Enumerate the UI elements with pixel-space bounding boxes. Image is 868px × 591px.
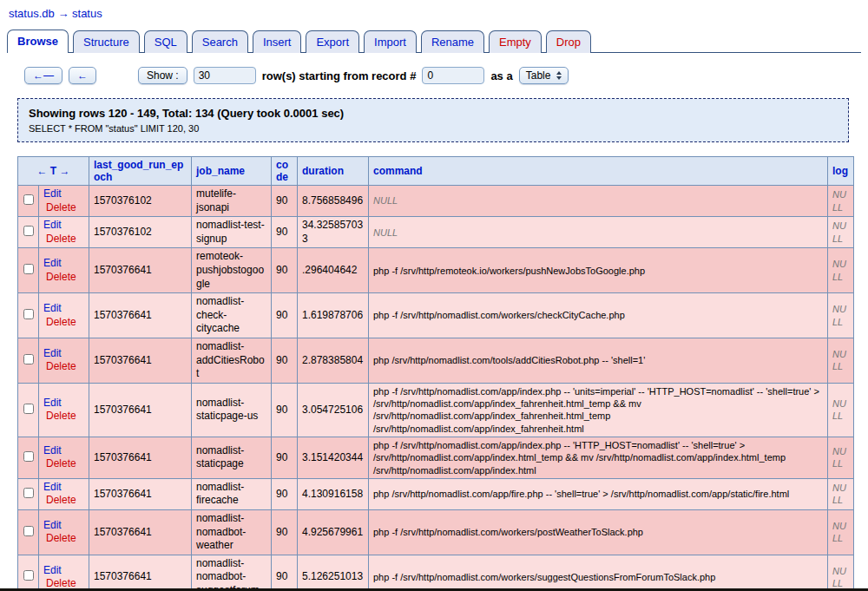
row-actions: Edit Delete — [39, 509, 89, 555]
tab-export[interactable]: Export — [306, 30, 359, 53]
cell-job-name: mutelife-jsonapi — [192, 186, 272, 217]
table-row: Edit Delete1570376641nomadlist-addCities… — [18, 338, 854, 383]
delete-link[interactable]: Delete — [46, 494, 76, 506]
cell-code: 90 — [272, 478, 298, 509]
edit-link[interactable]: Edit — [43, 302, 62, 314]
cell-last-good-run-epoch: 1570376641 — [89, 383, 192, 437]
row-select-cell — [18, 437, 39, 478]
cell-duration: 2.878385804 — [298, 338, 369, 383]
page-back-full-button[interactable]: ←— — [24, 67, 62, 84]
cell-command: php -f /srv/http/nomadlist.com/workers/p… — [369, 509, 828, 555]
tab-bar: Browse Structure SQL Search Insert Expor… — [7, 29, 861, 53]
cell-job-name: remoteok-pushjobstogoogle — [192, 248, 272, 293]
row-checkbox[interactable] — [23, 194, 34, 205]
cell-duration: 5.126251013 — [298, 555, 369, 591]
transpose-header[interactable]: ← T → — [18, 157, 89, 186]
table-row: Edit Delete1570376102mutelife-jsonapi908… — [18, 186, 854, 217]
row-actions: Edit Delete — [39, 293, 89, 338]
row-checkbox[interactable] — [23, 264, 34, 274]
table-body: Edit Delete1570376102mutelife-jsonapi908… — [18, 186, 854, 591]
tab-insert[interactable]: Insert — [253, 30, 302, 53]
edit-link[interactable]: Edit — [43, 481, 62, 493]
cell-command: NULL — [369, 186, 828, 217]
cell-last-good-run-epoch: 1570376102 — [89, 217, 192, 248]
delete-link[interactable]: Delete — [46, 532, 76, 544]
breadcrumb: status.db → status — [9, 7, 861, 20]
cell-job-name: nomadlist-test-signup — [192, 217, 272, 248]
tab-search[interactable]: Search — [192, 30, 248, 53]
delete-link[interactable]: Delete — [46, 271, 76, 283]
executed-sql: SELECT * FROM "status" LIMIT 120, 30 — [29, 123, 838, 134]
query-info-box: Showing rows 120 - 149, Total: 134 (Quer… — [17, 98, 849, 142]
edit-link[interactable]: Edit — [43, 397, 62, 409]
row-checkbox[interactable] — [23, 309, 34, 319]
cell-duration: 1.619878706 — [298, 293, 369, 338]
cell-code: 90 — [272, 293, 298, 338]
tab-drop[interactable]: Drop — [546, 30, 591, 53]
tab-structure[interactable]: Structure — [73, 30, 140, 53]
delete-link[interactable]: Delete — [46, 233, 76, 245]
pagination-controls: ←— ← Show : row(s) starting from record … — [24, 67, 849, 84]
show-button[interactable]: Show : — [138, 67, 187, 84]
edit-link[interactable]: Edit — [43, 347, 62, 359]
cell-log: NULL — [828, 186, 854, 217]
tab-empty[interactable]: Empty — [489, 30, 542, 53]
tab-browse[interactable]: Browse — [7, 30, 69, 53]
row-checkbox[interactable] — [23, 526, 34, 536]
row-checkbox[interactable] — [23, 451, 34, 462]
view-select[interactable]: Table — [519, 67, 569, 84]
cell-last-good-run-epoch: 1570376641 — [89, 478, 192, 509]
delete-link[interactable]: Delete — [46, 360, 76, 372]
row-actions: Edit Delete — [39, 478, 89, 509]
column-header-job-name[interactable]: job_name — [192, 157, 272, 186]
tab-rename[interactable]: Rename — [421, 30, 484, 53]
row-checkbox[interactable] — [23, 404, 34, 414]
tab-import[interactable]: Import — [364, 30, 417, 53]
cell-command: php -f /srv/http/nomadlist.com/app/index… — [369, 383, 828, 437]
view-select-value: Table — [526, 69, 551, 82]
show-count-input[interactable] — [194, 67, 256, 84]
row-select-cell — [18, 217, 39, 248]
column-header-log[interactable]: log — [828, 157, 854, 186]
breadcrumb-db-link[interactable]: status.db — [9, 7, 55, 20]
cell-duration: 8.756858496 — [298, 186, 369, 217]
row-actions: Edit Delete — [39, 383, 89, 437]
cell-last-good-run-epoch: 1570376641 — [89, 338, 192, 383]
cell-code: 90 — [272, 437, 298, 478]
cell-last-good-run-epoch: 1570376641 — [89, 509, 192, 555]
row-actions: Edit Delete — [39, 338, 89, 383]
cell-code: 90 — [272, 383, 298, 437]
tab-sql[interactable]: SQL — [144, 30, 187, 53]
cell-duration: 4.925679961 — [298, 509, 369, 555]
table-row: Edit Delete1570376641nomadlist-check-cit… — [18, 293, 854, 338]
row-select-cell — [18, 248, 39, 293]
cell-log: NULL — [828, 509, 854, 555]
cell-command: php /srv/http/nomadlist.com/app/fire.php… — [369, 478, 828, 509]
row-checkbox[interactable] — [23, 488, 34, 498]
cell-duration: 3.054725106 — [298, 383, 369, 437]
edit-link[interactable]: Edit — [43, 519, 62, 531]
edit-link[interactable]: Edit — [43, 187, 62, 200]
as-a-label: as a — [490, 69, 512, 82]
column-header-code[interactable]: code — [272, 157, 298, 186]
cell-command: php -f /srv/http/nomadlist.com/app/index… — [369, 437, 828, 478]
edit-link[interactable]: Edit — [43, 219, 62, 231]
delete-link[interactable]: Delete — [46, 410, 76, 422]
delete-link[interactable]: Delete — [46, 316, 76, 328]
column-header-last-good-run-epoch[interactable]: last_good_run_epoch — [89, 157, 192, 186]
column-header-command[interactable]: command — [369, 157, 828, 186]
edit-link[interactable]: Edit — [43, 257, 62, 269]
column-header-duration[interactable]: duration — [298, 157, 369, 186]
delete-link[interactable]: Delete — [46, 201, 76, 213]
cell-log: NULL — [828, 555, 854, 591]
edit-link[interactable]: Edit — [43, 564, 62, 576]
table-row: Edit Delete1570376641nomadlist-nomadbot-… — [18, 555, 854, 591]
row-checkbox[interactable] — [23, 226, 34, 236]
page-back-button[interactable]: ← — [69, 67, 96, 84]
row-checkbox[interactable] — [23, 354, 34, 364]
edit-link[interactable]: Edit — [43, 444, 62, 456]
start-record-input[interactable] — [422, 67, 484, 84]
row-checkbox[interactable] — [23, 570, 34, 581]
delete-link[interactable]: Delete — [46, 457, 76, 470]
breadcrumb-table-link[interactable]: status — [72, 7, 102, 20]
